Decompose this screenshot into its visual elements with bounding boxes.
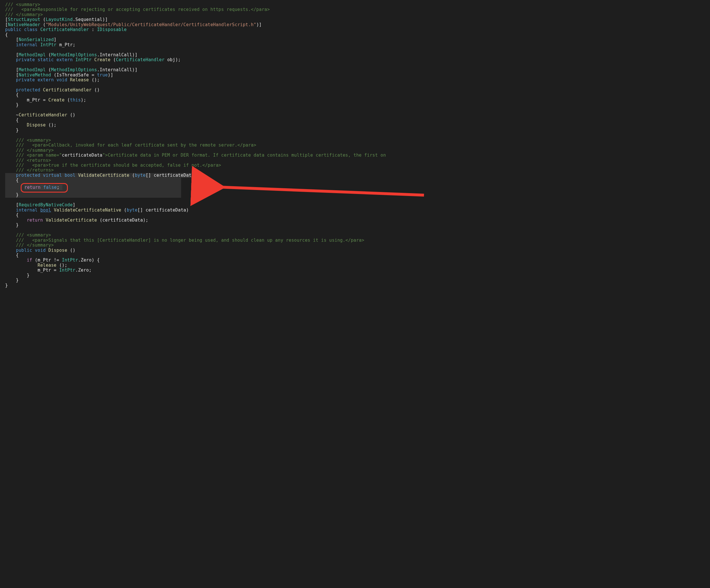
brace: } bbox=[16, 128, 19, 133]
highlighted-line: { bbox=[5, 178, 181, 183]
method-declaration: public void Dispose () bbox=[16, 248, 76, 253]
brace: } bbox=[16, 222, 19, 228]
brace: } bbox=[16, 192, 19, 197]
brace: { bbox=[5, 32, 8, 38]
xmldoc-line: /// <para>Signals that this [Certificate… bbox=[16, 238, 364, 243]
attribute-line: [MethodImpl (MethodImplOptions.InternalC… bbox=[16, 52, 138, 57]
xmldoc-line: /// <para>Responsible for rejecting or a… bbox=[5, 7, 270, 12]
highlighted-line: return false; bbox=[5, 183, 181, 193]
brace: { bbox=[16, 178, 19, 183]
highlighted-line: } bbox=[5, 193, 181, 197]
attribute-line: [NonSerialized] bbox=[16, 37, 56, 42]
brace: { bbox=[16, 212, 19, 218]
svg-line-1 bbox=[220, 187, 424, 195]
xmldoc-line: /// <param name="certificateData">Certif… bbox=[16, 153, 386, 158]
brace: } bbox=[5, 283, 8, 288]
statement: if (m_Ptr != IntPtr.Zero) { bbox=[27, 258, 100, 263]
arrow-icon bbox=[211, 183, 430, 201]
xmldoc-line: /// </summary> bbox=[16, 243, 54, 248]
ctor-declaration: protected CertificateHandler () bbox=[16, 88, 100, 93]
brace: } bbox=[27, 273, 29, 278]
brace: { bbox=[16, 253, 19, 258]
statement: m_Ptr = Create (this); bbox=[27, 97, 86, 103]
attribute-line: [RequiredByNativeCode] bbox=[16, 202, 76, 207]
class-declaration: public class CertificateHandler : IDispo… bbox=[5, 27, 127, 32]
brace: } bbox=[16, 102, 19, 107]
xmldoc-line: /// <para>Callback, invoked for each lea… bbox=[16, 143, 256, 148]
method-declaration: private extern void Release (); bbox=[16, 77, 100, 82]
method-declaration: protected virtual bool ValidateCertifica… bbox=[16, 173, 197, 178]
brace: { bbox=[16, 118, 19, 123]
xmldoc-line: /// <summary> bbox=[16, 232, 51, 238]
brace: { bbox=[16, 92, 19, 97]
statement: return ValidateCertificate (certificateD… bbox=[27, 218, 148, 223]
field-declaration: internal IntPtr m_Ptr; bbox=[16, 42, 76, 47]
boxed-return-false: return false; bbox=[21, 183, 68, 193]
dtor-declaration: ~CertificateHandler () bbox=[16, 113, 76, 118]
xmldoc-line: /// </summary> bbox=[16, 148, 54, 153]
attribute-line: [NativeHeader ("Modules/UnityWebRequest/… bbox=[5, 22, 262, 27]
highlighted-line: protected virtual bool ValidateCertifica… bbox=[5, 173, 200, 178]
attribute-line: [NativeMethod (IsThreadSafe = true)] bbox=[16, 72, 113, 78]
xmldoc-line: /// </summary> bbox=[5, 12, 43, 17]
statement: Dispose (); bbox=[27, 122, 56, 128]
xmldoc-line: /// </returns> bbox=[16, 168, 54, 173]
method-declaration: internal bool ValidateCertificateNative … bbox=[16, 207, 189, 213]
xmldoc-line: /// <summary> bbox=[5, 2, 40, 7]
xmldoc-line: /// <returns> bbox=[16, 158, 51, 163]
xmldoc-line: /// <summary> bbox=[16, 138, 51, 143]
statement: m_Ptr = IntPtr.Zero; bbox=[38, 268, 92, 273]
statement: Release (); bbox=[38, 263, 67, 268]
attribute-line: [MethodImpl (MethodImplOptions.InternalC… bbox=[16, 67, 138, 72]
method-declaration: private static extern IntPtr Create (Cer… bbox=[16, 57, 181, 63]
attribute-line: [StructLayout (LayoutKind.Sequential)] bbox=[5, 17, 108, 22]
code-editor[interactable]: /// <summary> /// <para>Responsible for … bbox=[0, 0, 710, 294]
xmldoc-line: /// <para>true if the certificate should… bbox=[16, 163, 221, 168]
brace: } bbox=[16, 278, 19, 283]
